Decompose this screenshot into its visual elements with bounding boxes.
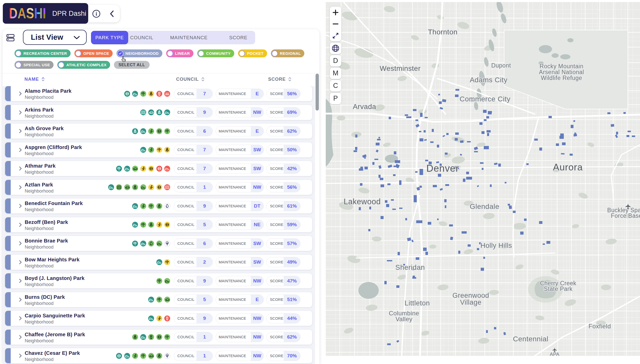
svg-text:Wildlife Refuge: Wildlife Refuge — [541, 75, 582, 81]
svg-text:Westminster: Westminster — [380, 64, 421, 72]
svg-text:Denver: Denver — [426, 163, 459, 174]
svg-text:Sheridan: Sheridan — [395, 263, 425, 271]
svg-text:Lakewood: Lakewood — [344, 197, 381, 206]
svg-text:Greenwood: Greenwood — [452, 292, 489, 299]
svg-text:Glendale: Glendale — [470, 203, 499, 210]
svg-text:Adams City: Adams City — [470, 76, 507, 84]
svg-text:Dupont: Dupont — [491, 62, 511, 69]
svg-text:Centennial: Centennial — [513, 335, 548, 343]
svg-text:Thornton: Thornton — [428, 28, 458, 36]
svg-text:Village: Village — [460, 299, 481, 306]
svg-text:Force Base: Force Base — [611, 212, 640, 219]
svg-text:APA: APA — [550, 352, 559, 356]
svg-text:Holly Hills: Holly Hills — [480, 242, 512, 249]
svg-text:Aurora: Aurora — [553, 162, 583, 172]
svg-text:Valley: Valley — [396, 316, 413, 322]
svg-text:Littleton: Littleton — [404, 299, 430, 307]
svg-text:State Park: State Park — [544, 286, 572, 292]
svg-text:Foxfield: Foxfield — [589, 323, 611, 330]
svg-text:Arvada: Arvada — [353, 103, 376, 111]
svg-text:Commerce City: Commerce City — [460, 95, 510, 103]
